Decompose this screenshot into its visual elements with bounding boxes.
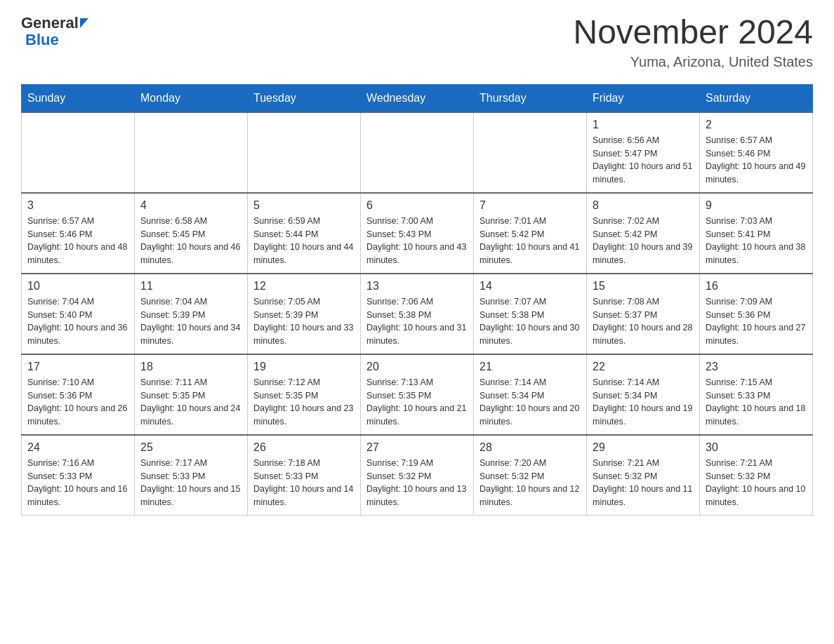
day-info: Sunrise: 7:20 AM Sunset: 5:32 PM Dayligh… bbox=[479, 457, 581, 509]
calendar-week-row-4: 17Sunrise: 7:10 AM Sunset: 5:36 PM Dayli… bbox=[22, 354, 813, 435]
calendar-cell: 20Sunrise: 7:13 AM Sunset: 5:35 PM Dayli… bbox=[361, 354, 474, 435]
calendar-cell: 13Sunrise: 7:06 AM Sunset: 5:38 PM Dayli… bbox=[361, 274, 474, 354]
calendar-header-friday: Friday bbox=[587, 84, 700, 112]
day-number: 13 bbox=[366, 280, 468, 293]
day-info: Sunrise: 7:16 AM Sunset: 5:33 PM Dayligh… bbox=[27, 457, 128, 509]
calendar-header-monday: Monday bbox=[135, 84, 248, 112]
day-info: Sunrise: 7:09 AM Sunset: 5:36 PM Dayligh… bbox=[706, 295, 807, 348]
calendar-cell: 8Sunrise: 7:02 AM Sunset: 5:42 PM Daylig… bbox=[587, 193, 700, 274]
day-info: Sunrise: 7:17 AM Sunset: 5:33 PM Dayligh… bbox=[140, 457, 241, 509]
calendar-cell: 7Sunrise: 7:01 AM Sunset: 5:42 PM Daylig… bbox=[474, 193, 587, 274]
day-number: 21 bbox=[479, 361, 581, 373]
calendar-cell: 24Sunrise: 7:16 AM Sunset: 5:33 PM Dayli… bbox=[22, 435, 135, 516]
calendar-cell bbox=[135, 112, 248, 193]
location-subtitle: Yuma, Arizona, United States bbox=[573, 54, 813, 70]
calendar-cell: 12Sunrise: 7:05 AM Sunset: 5:39 PM Dayli… bbox=[248, 274, 361, 354]
calendar-cell: 16Sunrise: 7:09 AM Sunset: 5:36 PM Dayli… bbox=[700, 274, 813, 354]
day-info: Sunrise: 6:56 AM Sunset: 5:47 PM Dayligh… bbox=[593, 134, 694, 187]
logo-blue-text: Blue bbox=[21, 31, 88, 49]
calendar-cell: 11Sunrise: 7:04 AM Sunset: 5:39 PM Dayli… bbox=[135, 274, 248, 354]
day-info: Sunrise: 6:57 AM Sunset: 5:46 PM Dayligh… bbox=[706, 134, 807, 187]
calendar-week-row-3: 10Sunrise: 7:04 AM Sunset: 5:40 PM Dayli… bbox=[22, 274, 813, 354]
calendar-cell bbox=[22, 112, 135, 193]
day-info: Sunrise: 7:00 AM Sunset: 5:43 PM Dayligh… bbox=[366, 215, 468, 267]
calendar-week-row-5: 24Sunrise: 7:16 AM Sunset: 5:33 PM Dayli… bbox=[22, 435, 813, 516]
day-info: Sunrise: 6:59 AM Sunset: 5:44 PM Dayligh… bbox=[253, 215, 355, 267]
day-info: Sunrise: 7:03 AM Sunset: 5:41 PM Dayligh… bbox=[706, 215, 807, 267]
day-info: Sunrise: 7:14 AM Sunset: 5:34 PM Dayligh… bbox=[479, 376, 581, 429]
calendar-cell bbox=[248, 112, 361, 193]
day-info: Sunrise: 7:13 AM Sunset: 5:35 PM Dayligh… bbox=[366, 376, 468, 429]
calendar-cell: 9Sunrise: 7:03 AM Sunset: 5:41 PM Daylig… bbox=[700, 193, 813, 274]
calendar-header-thursday: Thursday bbox=[474, 84, 587, 112]
calendar-cell: 27Sunrise: 7:19 AM Sunset: 5:32 PM Dayli… bbox=[361, 435, 474, 516]
day-info: Sunrise: 7:21 AM Sunset: 5:32 PM Dayligh… bbox=[593, 457, 694, 509]
day-number: 4 bbox=[140, 199, 241, 212]
calendar-cell: 14Sunrise: 7:07 AM Sunset: 5:38 PM Dayli… bbox=[474, 274, 587, 354]
day-number: 28 bbox=[479, 441, 581, 454]
day-info: Sunrise: 6:58 AM Sunset: 5:45 PM Dayligh… bbox=[140, 215, 241, 267]
day-info: Sunrise: 6:57 AM Sunset: 5:46 PM Dayligh… bbox=[27, 215, 128, 267]
month-title: November 2024 bbox=[573, 14, 813, 51]
calendar-cell: 5Sunrise: 6:59 AM Sunset: 5:44 PM Daylig… bbox=[248, 193, 361, 274]
calendar-header-sunday: Sunday bbox=[22, 84, 135, 112]
day-info: Sunrise: 7:19 AM Sunset: 5:32 PM Dayligh… bbox=[366, 457, 468, 509]
day-info: Sunrise: 7:02 AM Sunset: 5:42 PM Dayligh… bbox=[593, 215, 694, 267]
day-number: 22 bbox=[593, 361, 694, 373]
calendar-cell: 29Sunrise: 7:21 AM Sunset: 5:32 PM Dayli… bbox=[587, 435, 700, 516]
page-header: General Blue November 2024 Yuma, Arizona… bbox=[21, 14, 813, 70]
day-number: 1 bbox=[593, 119, 694, 131]
day-number: 24 bbox=[27, 441, 128, 454]
calendar-header-tuesday: Tuesday bbox=[248, 84, 361, 112]
logo-arrow-icon bbox=[80, 18, 88, 28]
day-info: Sunrise: 7:04 AM Sunset: 5:39 PM Dayligh… bbox=[140, 295, 241, 348]
calendar-week-row-2: 3Sunrise: 6:57 AM Sunset: 5:46 PM Daylig… bbox=[22, 193, 813, 274]
day-number: 25 bbox=[140, 441, 241, 454]
calendar-cell: 18Sunrise: 7:11 AM Sunset: 5:35 PM Dayli… bbox=[135, 354, 248, 435]
day-info: Sunrise: 7:12 AM Sunset: 5:35 PM Dayligh… bbox=[253, 376, 355, 429]
day-info: Sunrise: 7:21 AM Sunset: 5:32 PM Dayligh… bbox=[706, 457, 807, 509]
day-info: Sunrise: 7:10 AM Sunset: 5:36 PM Dayligh… bbox=[27, 376, 128, 429]
day-number: 18 bbox=[140, 361, 241, 373]
day-number: 10 bbox=[27, 280, 128, 293]
calendar-cell: 25Sunrise: 7:17 AM Sunset: 5:33 PM Dayli… bbox=[135, 435, 248, 516]
day-number: 16 bbox=[706, 280, 807, 293]
calendar-cell: 3Sunrise: 6:57 AM Sunset: 5:46 PM Daylig… bbox=[22, 193, 135, 274]
calendar-cell: 15Sunrise: 7:08 AM Sunset: 5:37 PM Dayli… bbox=[587, 274, 700, 354]
day-number: 19 bbox=[253, 361, 355, 373]
calendar-cell bbox=[474, 112, 587, 193]
day-info: Sunrise: 7:11 AM Sunset: 5:35 PM Dayligh… bbox=[140, 376, 241, 429]
day-number: 15 bbox=[593, 280, 694, 293]
day-number: 8 bbox=[593, 199, 694, 212]
day-number: 23 bbox=[706, 361, 807, 373]
calendar-cell: 2Sunrise: 6:57 AM Sunset: 5:46 PM Daylig… bbox=[700, 112, 813, 193]
day-number: 12 bbox=[253, 280, 355, 293]
title-section: November 2024 Yuma, Arizona, United Stat… bbox=[573, 14, 813, 70]
calendar-header-saturday: Saturday bbox=[700, 84, 813, 112]
day-info: Sunrise: 7:18 AM Sunset: 5:33 PM Dayligh… bbox=[253, 457, 355, 509]
day-number: 11 bbox=[140, 280, 241, 293]
calendar-cell: 6Sunrise: 7:00 AM Sunset: 5:43 PM Daylig… bbox=[361, 193, 474, 274]
calendar-cell: 17Sunrise: 7:10 AM Sunset: 5:36 PM Dayli… bbox=[22, 354, 135, 435]
day-info: Sunrise: 7:01 AM Sunset: 5:42 PM Dayligh… bbox=[479, 215, 581, 267]
calendar-cell: 30Sunrise: 7:21 AM Sunset: 5:32 PM Dayli… bbox=[700, 435, 813, 516]
calendar-cell: 19Sunrise: 7:12 AM Sunset: 5:35 PM Dayli… bbox=[248, 354, 361, 435]
day-number: 6 bbox=[366, 199, 468, 212]
calendar-cell: 21Sunrise: 7:14 AM Sunset: 5:34 PM Dayli… bbox=[474, 354, 587, 435]
calendar-header-wednesday: Wednesday bbox=[361, 84, 474, 112]
calendar-week-row-1: 1Sunrise: 6:56 AM Sunset: 5:47 PM Daylig… bbox=[22, 112, 813, 193]
day-number: 20 bbox=[366, 361, 468, 373]
logo-general-text: General bbox=[21, 14, 79, 32]
calendar-cell: 10Sunrise: 7:04 AM Sunset: 5:40 PM Dayli… bbox=[22, 274, 135, 354]
day-info: Sunrise: 7:04 AM Sunset: 5:40 PM Dayligh… bbox=[27, 295, 128, 348]
day-number: 7 bbox=[479, 199, 581, 212]
day-number: 3 bbox=[27, 199, 128, 212]
day-info: Sunrise: 7:14 AM Sunset: 5:34 PM Dayligh… bbox=[593, 376, 694, 429]
day-number: 9 bbox=[706, 199, 807, 212]
calendar-cell: 23Sunrise: 7:15 AM Sunset: 5:33 PM Dayli… bbox=[700, 354, 813, 435]
calendar-cell: 26Sunrise: 7:18 AM Sunset: 5:33 PM Dayli… bbox=[248, 435, 361, 516]
calendar-cell: 22Sunrise: 7:14 AM Sunset: 5:34 PM Dayli… bbox=[587, 354, 700, 435]
logo: General Blue bbox=[21, 14, 88, 49]
day-number: 5 bbox=[253, 199, 355, 212]
calendar-cell: 4Sunrise: 6:58 AM Sunset: 5:45 PM Daylig… bbox=[135, 193, 248, 274]
